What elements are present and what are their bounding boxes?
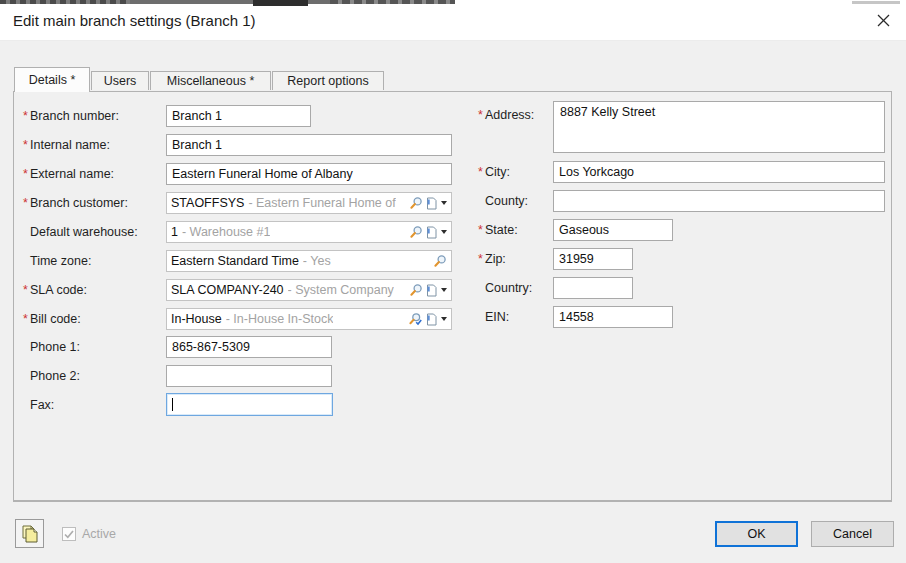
state-label: *State: [485,220,518,240]
external-name-label: *External name: [30,164,114,184]
text-caret [172,398,173,411]
branch-number-input[interactable] [166,105,311,127]
default-warehouse-label: Default warehouse: [30,222,138,242]
state-input[interactable] [553,219,673,241]
copy-icon [20,524,40,544]
county-label: County: [485,191,528,211]
bill-code-lookup[interactable]: In-House- In-House In-Stock [166,308,452,330]
lookup-description: - System Company [288,283,394,297]
sliver-segment [253,0,308,6]
lookup-verified-icon[interactable] [408,312,423,326]
lookup-description: - Warehouse #1 [182,225,270,239]
lookup-value: 1 [171,225,178,239]
copy-branch-button[interactable] [15,519,44,548]
lookup-description: - Eastern Funeral Home of [248,196,395,210]
checkmark-icon [64,530,74,539]
lookup-icon[interactable] [409,225,423,239]
sla-code-lookup[interactable]: SLA COMPANY-240- System Company [166,279,452,301]
branch-customer-lookup[interactable]: STAOFFSYS- Eastern Funeral Home of [166,192,452,214]
lookup-value: Eastern Standard Time [171,254,299,268]
required-asterisk: * [23,106,28,126]
ein-input[interactable] [553,306,673,328]
phone1-input[interactable] [166,336,332,358]
phone2-label: Phone 2: [30,366,80,386]
tab-users[interactable]: Users [91,71,149,90]
required-asterisk: * [478,249,483,269]
edit-branch-dialog: { "window": { "title": "Edit main branch… [0,0,906,563]
external-name-input[interactable] [166,163,452,185]
zip-input[interactable] [553,248,633,270]
dialog-title: Edit main branch settings (Branch 1) [13,12,256,29]
sliver-segment [852,1,900,4]
lookup-description: - In-House In-Stock [226,312,334,326]
phone1-label: Phone 1: [30,337,80,357]
address-label: *Address: [485,105,534,125]
required-asterisk: * [23,280,28,300]
required-asterisk: * [478,220,483,240]
sla-code-label: *SLA code: [30,280,87,300]
lookup-description: - Yes [303,254,331,268]
lookup-icon[interactable] [433,254,447,268]
required-asterisk: * [23,164,28,184]
background-window-sliver [0,0,906,5]
quick-add-icon[interactable] [426,197,437,210]
fax-input[interactable] [166,393,333,416]
ok-button[interactable]: OK [715,521,798,547]
lookup-icon[interactable] [409,196,423,210]
lookup-icon[interactable] [409,283,423,297]
required-asterisk: * [478,105,483,125]
county-input[interactable] [553,190,885,212]
active-checkbox[interactable] [62,527,76,541]
required-asterisk: * [478,162,483,182]
address-textarea[interactable]: 8887 Kelly Street [553,101,885,153]
required-asterisk: * [23,135,28,155]
branch-number-label: *Branch number: [30,106,119,126]
city-label: *City: [485,162,510,182]
city-input[interactable] [553,161,885,183]
required-asterisk: * [23,193,28,213]
quick-add-icon[interactable] [426,226,437,239]
internal-name-label: *Internal name: [30,135,110,155]
tab-miscellaneous[interactable]: Miscellaneous * [150,71,271,90]
close-icon [877,14,890,27]
dialog-titlebar: Edit main branch settings (Branch 1) [0,0,906,41]
branch-customer-label: *Branch customer: [30,193,128,213]
country-label: Country: [485,278,532,298]
close-button[interactable] [872,9,894,31]
country-input[interactable] [553,277,633,299]
sliver-segment [0,0,130,4]
tab-report-options[interactable]: Report options [272,71,384,90]
time-zone-label: Time zone: [30,251,91,271]
tab-details[interactable]: Details * [14,67,90,92]
dropdown-arrow-icon[interactable] [441,317,447,321]
bill-code-label: *Bill code: [30,309,81,329]
active-checkbox-label: Active [82,527,116,541]
fax-label: Fax: [30,395,54,415]
zip-label: *Zip: [485,249,506,269]
internal-name-input[interactable] [166,134,452,156]
cancel-button[interactable]: Cancel [811,521,894,547]
lookup-value: In-House [171,312,222,326]
required-asterisk: * [23,309,28,329]
dropdown-arrow-icon[interactable] [441,288,447,292]
phone2-input[interactable] [166,365,332,387]
quick-add-icon[interactable] [426,284,437,297]
sliver-segment [330,0,455,4]
lookup-value: SLA COMPANY-240 [171,283,284,297]
time-zone-lookup[interactable]: Eastern Standard Time- Yes [166,250,452,272]
lookup-value: STAOFFSYS [171,196,244,210]
quick-add-icon[interactable] [426,313,437,326]
dropdown-arrow-icon[interactable] [441,230,447,234]
ein-label: EIN: [485,307,509,327]
dropdown-arrow-icon[interactable] [441,201,447,205]
default-warehouse-lookup[interactable]: 1- Warehouse #1 [166,221,452,243]
